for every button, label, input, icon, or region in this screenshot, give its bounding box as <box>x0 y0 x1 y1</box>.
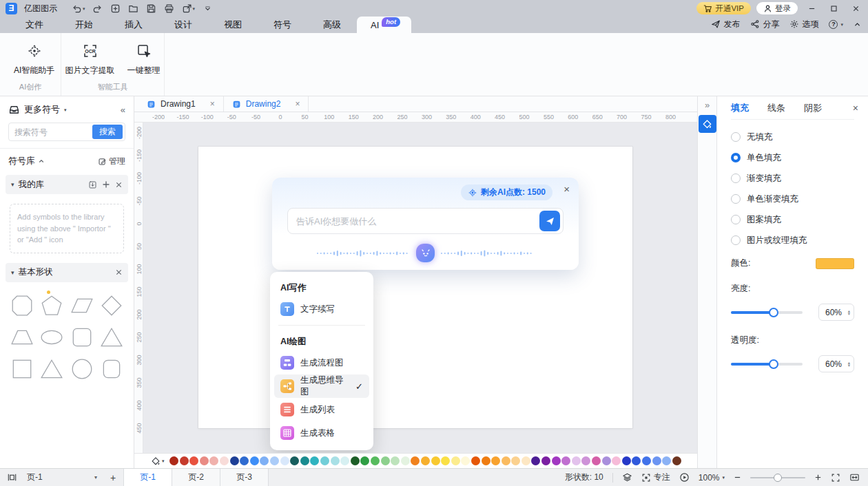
palette-color-dot[interactable] <box>602 456 611 465</box>
redo-button[interactable] <box>90 1 105 15</box>
shape-octagon[interactable] <box>8 292 36 319</box>
doc-tab-Drawing1[interactable]: Drawing1× <box>138 96 224 112</box>
fill-option-单色渐变填充[interactable]: 单色渐变填充 <box>731 189 854 209</box>
shape-parallelogram[interactable] <box>68 292 96 319</box>
palette-color-dot[interactable] <box>511 456 520 465</box>
doc-tab-close-icon[interactable]: × <box>295 99 300 109</box>
radio-unselected-icon[interactable] <box>731 235 741 245</box>
ai-prompt-input[interactable] <box>296 216 539 226</box>
more-symbols-dropdown[interactable]: 更多符号 <box>24 103 60 116</box>
shape-circle[interactable] <box>68 355 96 383</box>
login-button[interactable]: 登录 <box>756 2 798 14</box>
manage-library-button[interactable]: 管理 <box>98 156 125 167</box>
palette-fill-caret-icon[interactable]: ▾ <box>162 458 165 463</box>
palette-color-dot[interactable] <box>662 456 671 465</box>
menu-item-生成列表[interactable]: 生成列表 <box>274 398 369 421</box>
expand-panel-icon[interactable]: » <box>705 100 710 110</box>
palette-color-dot[interactable] <box>280 456 289 465</box>
palette-color-dot[interactable] <box>541 456 550 465</box>
palette-fill-tool[interactable]: ▾ <box>151 456 165 466</box>
add-symbol-icon[interactable] <box>102 180 110 189</box>
add-page-button[interactable]: + <box>103 472 123 483</box>
ai-dialog-close-icon[interactable]: × <box>564 184 570 194</box>
collapse-sidebar-icon[interactable]: « <box>121 105 125 115</box>
page-tab-页-2[interactable]: 页-2 <box>172 469 220 486</box>
palette-color-dot[interactable] <box>290 456 299 465</box>
fit-width-icon[interactable] <box>849 472 860 483</box>
format-tab-填充[interactable]: 填充 <box>731 102 749 114</box>
palette-color-dot[interactable] <box>391 456 400 465</box>
my-library-expand-icon[interactable]: ▾ <box>11 181 14 188</box>
page-tab-页-3[interactable]: 页-3 <box>220 469 269 486</box>
palette-color-dot[interactable] <box>612 456 621 465</box>
drawing-canvas[interactable]: 剩余AI点数: 1500 × <box>143 123 697 453</box>
menu-tab-插入[interactable]: 插入 <box>109 17 158 33</box>
palette-color-dot[interactable] <box>331 456 340 465</box>
palette-color-dot[interactable] <box>482 456 490 465</box>
shape-rounded-square[interactable] <box>68 324 96 351</box>
zoom-out-button[interactable] <box>734 474 741 481</box>
palette-color-dot[interactable] <box>300 456 309 465</box>
radio-unselected-icon[interactable] <box>731 215 741 224</box>
palette-color-dot[interactable] <box>642 456 651 465</box>
fill-tool-button[interactable] <box>699 115 716 133</box>
basic-shapes-header[interactable]: ▾ 基本形状 <box>6 263 128 282</box>
palette-color-dot[interactable] <box>381 456 390 465</box>
palette-color-dot[interactable] <box>451 456 460 465</box>
fullscreen-icon[interactable] <box>831 473 840 483</box>
fill-option-无填充[interactable]: 无填充 <box>731 127 854 147</box>
fill-option-图案填充[interactable]: 图案填充 <box>731 209 854 230</box>
menu-item-生成表格[interactable]: 生成表格 <box>274 421 369 445</box>
menu-tab-符号[interactable]: 符号 <box>258 17 307 33</box>
more-symbols-caret-icon[interactable]: ▾ <box>64 107 67 112</box>
one-click-tidy-button[interactable]: 一键整理 <box>122 40 166 79</box>
zoom-in-button[interactable] <box>814 474 822 481</box>
presentation-play-icon[interactable] <box>679 472 690 483</box>
minimize-button[interactable] <box>803 1 820 15</box>
palette-color-dot[interactable] <box>240 456 249 465</box>
palette-color-dot[interactable] <box>441 456 450 465</box>
shape-trapezoid[interactable] <box>8 324 36 351</box>
doc-tab-close-icon[interactable]: × <box>210 99 215 109</box>
palette-color-dot[interactable] <box>250 456 259 465</box>
page-layout-icon[interactable] <box>0 472 21 483</box>
opacity-spin-down-icon[interactable]: ▾ <box>848 364 850 367</box>
export-button[interactable]: ▾ <box>180 1 198 15</box>
palette-color-dot[interactable] <box>220 456 229 465</box>
help-dropdown-icon[interactable]: ▾ <box>840 22 843 27</box>
format-tab-阴影[interactable]: 阴影 <box>804 102 822 114</box>
format-tab-线条[interactable]: 线条 <box>767 102 785 114</box>
more-tools-button[interactable] <box>200 1 215 15</box>
palette-color-dot[interactable] <box>189 456 198 465</box>
palette-color-dot[interactable] <box>371 456 380 465</box>
menu-item-生成思维导图[interactable]: 生成思维导图✓ <box>274 374 369 398</box>
menu-item-文字续写[interactable]: 文字续写 <box>274 297 369 321</box>
shape-ellipse[interactable] <box>39 324 66 351</box>
palette-color-dot[interactable] <box>340 456 349 465</box>
palette-color-dot[interactable] <box>230 456 239 465</box>
menu-tab-AI[interactable]: AIhot <box>357 17 411 33</box>
menu-tab-设计[interactable]: 设计 <box>158 17 208 33</box>
palette-color-dot[interactable] <box>491 456 500 465</box>
radio-unselected-icon[interactable] <box>731 173 741 183</box>
zoom-level-dropdown[interactable]: 100% ▾ <box>699 473 725 483</box>
menu-item-生成流程图[interactable]: 生成流程图 <box>274 351 369 374</box>
symbol-search-button[interactable]: 搜索 <box>92 125 123 139</box>
symbol-search-input[interactable] <box>14 127 92 137</box>
library-collapse-icon[interactable] <box>38 158 45 165</box>
ocr-extract-button[interactable]: OCR 图片文字提取 <box>60 40 121 79</box>
menu-tab-高级[interactable]: 高级 <box>307 17 357 33</box>
ai-prompt-field[interactable] <box>287 208 564 234</box>
shape-square[interactable] <box>8 355 36 383</box>
share-button[interactable]: 分享 <box>750 19 779 30</box>
shape-triangle[interactable] <box>39 355 66 383</box>
doc-tab-Drawing2[interactable]: Drawing2× <box>224 96 309 112</box>
brightness-slider[interactable] <box>731 308 803 317</box>
shape-triangle[interactable] <box>99 324 126 351</box>
palette-color-dot[interactable] <box>200 456 209 465</box>
zoom-slider-thumb[interactable] <box>774 474 782 482</box>
help-button[interactable]: ? ▾ <box>829 20 843 29</box>
menu-tab-开始[interactable]: 开始 <box>59 17 109 33</box>
basic-shapes-expand-icon[interactable]: ▾ <box>11 269 14 276</box>
layers-icon[interactable] <box>622 472 632 483</box>
